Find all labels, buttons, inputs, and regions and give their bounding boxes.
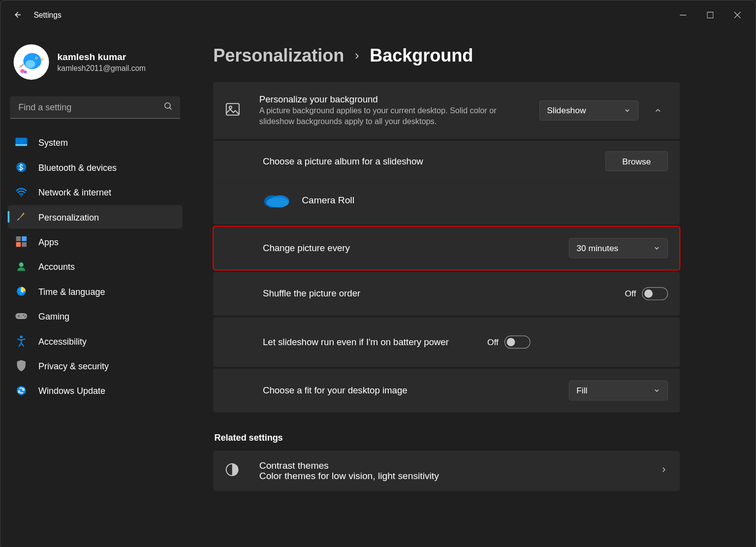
svg-point-19 [23,315,25,316]
interval-title: Change picture every [263,243,569,254]
background-type-dropdown[interactable]: Slideshow [539,100,639,121]
accessibility-icon [15,334,28,347]
sidebar-item-apps[interactable]: Apps [8,230,183,254]
breadcrumb-current: Background [370,45,473,65]
chevron-down-icon [653,245,660,252]
sidebar-item-privacy[interactable]: Privacy & security [8,354,183,378]
sidebar-item-label: Time & language [38,286,105,296]
sidebar-item-personalization[interactable]: Personalization [8,205,183,228]
sidebar-item-label: System [38,137,68,147]
contrast-desc: Color themes for low vision, light sensi… [259,471,660,482]
back-arrow-icon [12,9,23,20]
personalize-desc: A picture background applies to your cur… [259,106,513,128]
wifi-icon [15,186,28,198]
card-contrast-themes[interactable]: Contrast themes Color themes for low vis… [213,451,680,491]
sidebar-item-network[interactable]: Network & internet [8,180,183,204]
sidebar-item-label: Gaming [38,311,69,321]
svg-rect-12 [16,236,21,241]
settings-cards: Personalize your background A picture ba… [213,82,680,413]
svg-point-5 [20,69,24,73]
close-icon [734,11,740,18]
card-choose-album: Choose a picture album for a slideshow B… [213,141,680,182]
svg-point-2 [25,60,35,68]
card-personalize-background: Personalize your background A picture ba… [213,82,680,139]
fit-dropdown[interactable]: Fill [569,381,668,401]
chevron-down-icon [653,387,660,394]
card-fit: Choose a fit for your desktop image Fill [213,369,680,413]
sidebar-item-update[interactable]: Windows Update [8,379,183,402]
svg-point-6 [24,70,27,73]
sidebar-item-time[interactable]: Time & language [8,280,183,303]
profile-text: kamlesh kumar kamlesh2011@gmail.com [57,52,146,72]
person-icon [15,260,28,273]
personalize-title: Personalize your background [259,94,531,105]
search-wrap [10,97,180,119]
dropdown-value: Fill [576,386,587,395]
back-button[interactable] [5,4,29,25]
svg-rect-15 [22,242,27,247]
shuffle-toggle-label: Off [625,289,636,298]
choose-album-title: Choose a picture album for a slideshow [263,156,605,167]
svg-point-4 [36,58,37,59]
breadcrumb: Personalization › Background [213,45,744,65]
picture-icon [225,102,243,120]
sidebar-item-label: Accessibility [38,336,87,346]
svg-point-24 [229,106,232,109]
system-icon [15,136,28,149]
sidebar: kamlesh kumar kamlesh2011@gmail.com Syst… [0,29,189,547]
sidebar-item-gaming[interactable]: Gaming [8,304,183,328]
card-interval: Change picture every 30 minutes [213,226,680,270]
chevron-right-icon [660,466,668,477]
contrast-icon [225,463,243,480]
sidebar-item-label: Apps [38,237,59,247]
profile-email: kamlesh2011@gmail.com [57,64,146,72]
contrast-title: Contrast themes [259,460,660,471]
sidebar-item-system[interactable]: System [8,130,183,154]
svg-point-21 [20,336,23,338]
svg-rect-0 [707,12,713,18]
main-content[interactable]: Personalization › Background Personalize… [189,29,756,547]
apps-icon [15,235,28,248]
gamepad-icon [15,310,28,322]
svg-point-20 [25,316,26,318]
battery-title: Let slideshow run even if I'm on battery… [263,337,487,348]
dropdown-value: Slideshow [547,106,586,115]
card-shuffle: Shuffle the picture order Off [213,272,680,316]
chevron-down-icon [624,107,630,114]
breadcrumb-parent[interactable]: Personalization [213,45,344,65]
search-icon [163,101,173,113]
browse-button[interactable]: Browse [605,152,668,172]
clock-icon [15,285,28,297]
browse-label: Browse [622,157,651,166]
profile-name: kamlesh kumar [57,52,146,63]
minimize-icon [680,11,686,18]
window-title: Settings [33,10,61,19]
shield-icon [15,359,28,372]
svg-point-27 [266,198,288,208]
sidebar-item-label: Windows Update [38,386,105,395]
avatar-bird-icon [15,46,47,78]
bluetooth-icon [15,161,28,173]
close-button[interactable] [724,5,751,24]
search-input[interactable] [10,97,180,119]
sidebar-item-label: Accounts [38,261,75,271]
sidebar-item-accessibility[interactable]: Accessibility [8,329,183,353]
svg-rect-14 [16,242,21,247]
sidebar-item-bluetooth[interactable]: Bluetooth & devices [8,156,183,179]
maximize-button[interactable] [696,5,724,24]
sidebar-item-accounts[interactable]: Accounts [8,255,183,278]
settings-window: Settings [0,0,756,547]
shuffle-toggle[interactable] [642,288,668,300]
sidebar-item-label: Personalization [38,212,99,222]
profile[interactable]: kamlesh kumar kamlesh2011@gmail.com [8,33,183,90]
interval-dropdown[interactable]: 30 minutes [569,238,668,258]
paintbrush-icon [15,210,28,223]
avatar [14,44,49,80]
collapse-button[interactable] [648,100,668,121]
minimize-button[interactable] [669,5,696,24]
battery-toggle[interactable] [504,336,531,349]
battery-toggle-label: Off [487,338,499,347]
sidebar-item-label: Privacy & security [38,361,109,371]
related-settings-heading: Related settings [215,433,744,443]
svg-rect-23 [226,104,239,115]
